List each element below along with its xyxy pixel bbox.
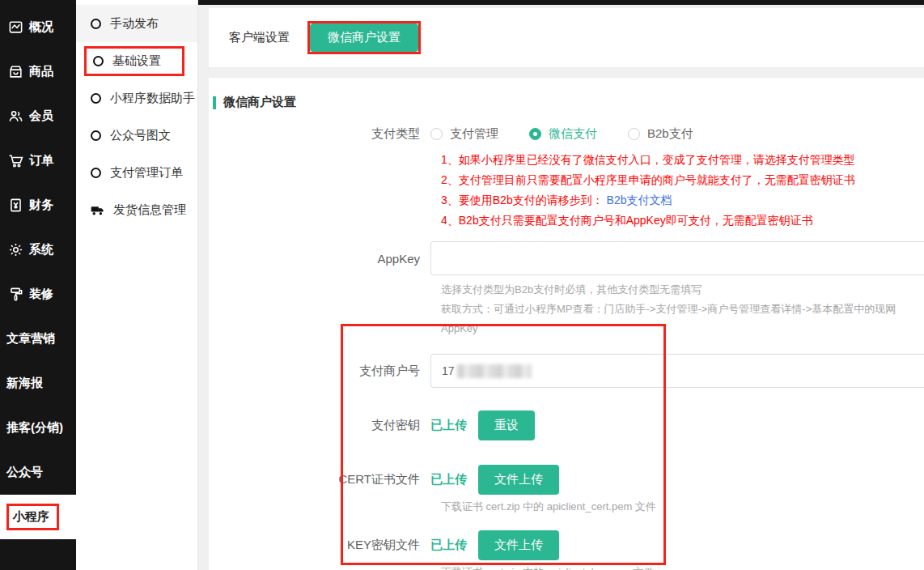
sidebar-item-goods[interactable]: 商品 [0, 49, 76, 94]
sidebar-item-system[interactable]: 系统 [0, 228, 76, 272]
sidebar-item-label: 小程序 [13, 509, 49, 523]
section-title: 微信商户设置 [223, 95, 296, 110]
sidebar-item-label: 会员 [29, 108, 53, 124]
section-accent-bar [213, 96, 216, 109]
radio-label: 支付管理 [450, 126, 498, 142]
key-upload-button[interactable]: 文件上传 [478, 530, 559, 560]
pay-type-radio-group: 支付管理 微信支付 B2b支付 [430, 126, 693, 142]
annotation-box-mini-program: 小程序 [6, 504, 59, 530]
circle-icon [91, 93, 101, 104]
settings-card: 微信商户设置 支付类型 支付管理 微信支付 [209, 78, 924, 570]
sidebar-item-label: 新海报 [6, 376, 43, 391]
sidebar-item-decorate[interactable]: 装修 [0, 272, 76, 317]
annotation-box-basic-settings: 基础设置 [84, 46, 184, 76]
sidebar-item-new-poster[interactable]: 新海报 [0, 361, 76, 406]
merchant-id-row: 支付商户号 17 [209, 354, 924, 388]
sidebar-item-overview[interactable]: 概况 [0, 5, 76, 49]
tab-wechat-merchant-settings[interactable]: 微信商户设置 [310, 23, 418, 52]
note-line-3-text: 3、要使用B2b支付的请移步到： [441, 194, 604, 206]
finance-icon [7, 198, 23, 214]
sidebar-item-label: 系统 [29, 242, 53, 257]
appkey-row: AppKey [209, 241, 924, 275]
cert-file-tip: 下载证书 cert.zip 中的 apiclient_cert.pem 文件 [441, 500, 924, 514]
radio-wechat-pay[interactable]: 微信支付 [529, 126, 597, 142]
submenu-item-manual-publish[interactable]: 手动发布 [76, 5, 197, 42]
sidebar-item-mini-program[interactable]: 小程序 [0, 495, 76, 539]
radio-b2b-pay[interactable]: B2b支付 [628, 126, 693, 142]
system-icon [7, 242, 23, 258]
annotation-box-wechat-tab: 微信商户设置 [307, 21, 421, 54]
sidebar-item-finance[interactable]: 财务 [0, 183, 76, 228]
note-line-1: 1、如果小程序里已经没有了微信支付入口，变成了支付管理，请选择支付管理类型 [441, 150, 924, 170]
pay-secret-status: 已上传 [430, 418, 467, 433]
sidebar-item-label: 公众号 [6, 465, 43, 480]
pay-type-label: 支付类型 [209, 126, 430, 142]
sidebar-item-members[interactable]: 会员 [0, 94, 76, 138]
radio-pay-management[interactable]: 支付管理 [430, 126, 498, 142]
radio-label: 微信支付 [549, 126, 597, 142]
cert-file-label: CERT证书文件 [209, 472, 430, 487]
tabs-card: 客户端设置 微信商户设置 [209, 8, 924, 67]
note-line-3: 3、要使用B2b支付的请移步到： B2b支付文档 [441, 190, 924, 211]
merchant-id-value: 17 [442, 364, 455, 377]
pay-type-notes: 1、如果小程序里已经没有了微信支付入口，变成了支付管理，请选择支付管理类型 2、… [441, 150, 924, 231]
sub-sidebar: 手动发布 基础设置 小程序数据助手 公众号图文 支付管理订单 发货信息管理 [76, 0, 198, 570]
sidebar-item-label: 文章营销 [6, 331, 55, 347]
decorate-icon [7, 287, 23, 303]
radio-icon[interactable] [430, 128, 443, 140]
submenu-item-label: 小程序数据助手 [110, 91, 195, 106]
appkey-tip-1: 选择支付类型为B2b支付时必填，其他支付类型无需填写 [441, 280, 924, 300]
note-line-4: 4、B2b支付只需要配置支付商户号和AppKey即可支付，无需配置密钥证书 [441, 211, 924, 231]
appkey-input[interactable] [430, 241, 924, 275]
circle-icon [91, 130, 101, 141]
merchant-id-input[interactable]: 17 [430, 354, 924, 388]
sidebar-item-official-account[interactable]: 公众号 [0, 450, 76, 495]
overview-icon [7, 19, 23, 36]
sidebar-item-label: 推客(分销) [6, 420, 63, 436]
sidebar-item-label: 概况 [29, 19, 53, 35]
content-area: 客户端设置 微信商户设置 微信商户设置 支付类型 支付管理 [198, 0, 924, 570]
submenu-item-label: 支付管理订单 [110, 165, 183, 181]
radio-label: B2b支付 [647, 126, 693, 142]
submenu-item-label: 基础设置 [112, 53, 161, 69]
key-file-tip: 下载证书 cert.zip 中的 apiclient_key.pem 文件 [441, 565, 924, 570]
submenu-item-payment-orders[interactable]: 支付管理订单 [76, 154, 197, 191]
app-root: 概况 商品 会员 订单 财务 [0, 0, 924, 570]
sidebar-item-distribution[interactable]: 推客(分销) [0, 406, 76, 450]
key-file-row: KEY密钥文件 已上传 文件上传 [209, 530, 924, 560]
appkey-label: AppKey [209, 252, 430, 266]
sidebar-item-orders[interactable]: 订单 [0, 138, 76, 183]
submenu-item-official-articles[interactable]: 公众号图文 [76, 117, 197, 154]
goods-icon [7, 64, 23, 80]
cert-upload-button[interactable]: 文件上传 [478, 465, 559, 495]
sidebar-item-label: 订单 [29, 153, 53, 168]
sidebar-item-article-marketing[interactable]: 文章营销 [0, 317, 76, 361]
pay-secret-row: 支付密钥 已上传 重设 [209, 410, 924, 440]
radio-selected-icon[interactable] [529, 128, 541, 140]
sidebar-item-label: 商品 [29, 64, 53, 79]
members-icon [7, 108, 23, 125]
submenu-item-label: 手动发布 [110, 16, 159, 32]
circle-icon [93, 56, 104, 66]
tab-client-settings[interactable]: 客户端设置 [229, 30, 290, 45]
merchant-settings-form: 支付类型 支付管理 微信支付 B2b支付 [209, 126, 924, 570]
main-sidebar: 概况 商品 会员 订单 财务 [0, 0, 76, 570]
submenu-item-basic-settings[interactable]: 基础设置 [76, 42, 197, 79]
radio-icon[interactable] [628, 128, 640, 140]
sidebar-item-label: 财务 [29, 198, 53, 213]
orders-icon [7, 153, 23, 169]
submenu-item-label: 发货信息管理 [113, 202, 186, 218]
cert-file-row: CERT证书文件 已上传 文件上传 [209, 465, 924, 495]
key-file-status: 已上传 [430, 538, 467, 553]
truck-icon [91, 204, 104, 216]
appkey-tip-2: 获取方式：可通过小程序MP查看：门店助手->支付管理->商户号管理查看详情->基… [441, 300, 924, 338]
merchant-id-label: 支付商户号 [209, 364, 430, 379]
b2b-doc-link[interactable]: B2b支付文档 [607, 194, 672, 206]
pay-secret-label: 支付密钥 [209, 418, 430, 433]
section-header: 微信商户设置 [209, 95, 924, 110]
submenu-item-label: 公众号图文 [110, 128, 171, 143]
submenu-item-miniprogram-data-assistant[interactable]: 小程序数据助手 [76, 79, 197, 117]
reset-secret-button[interactable]: 重设 [478, 410, 535, 440]
circle-icon [91, 19, 101, 29]
submenu-item-shipping-info[interactable]: 发货信息管理 [76, 191, 197, 228]
